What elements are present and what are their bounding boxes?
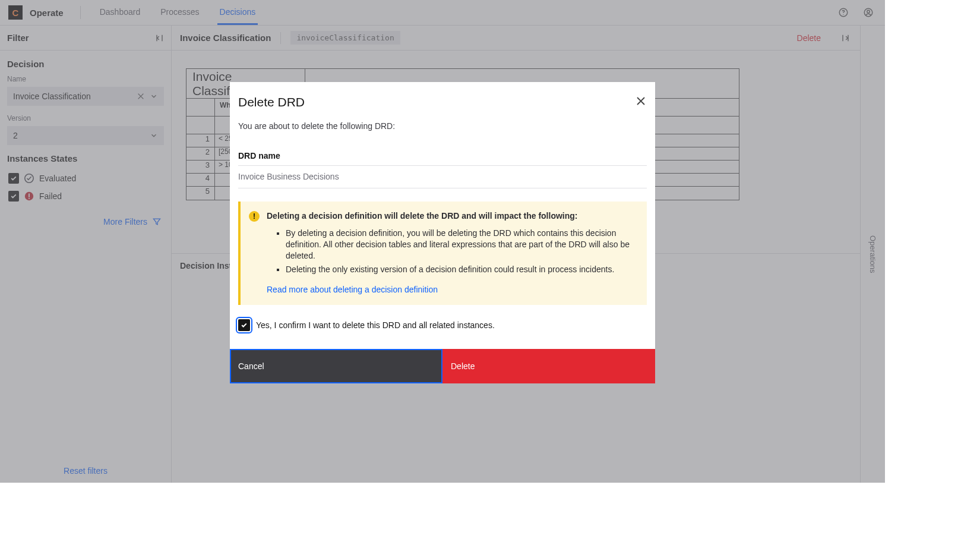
- cancel-button[interactable]: Cancel: [230, 349, 442, 383]
- confirm-row[interactable]: Yes, I confirm I want to delete this DRD…: [238, 305, 647, 335]
- warning-item: Deleting the only existing version of a …: [286, 263, 637, 276]
- warning-box: ! Deleting a decision definition will de…: [238, 202, 647, 305]
- confirm-label: Yes, I confirm I want to delete this DRD…: [256, 320, 495, 330]
- warning-item: By deleting a decision definition, you w…: [286, 226, 637, 263]
- modal-footer: Cancel Delete: [230, 349, 655, 383]
- warning-docs-link[interactable]: Read more about deleting a decision defi…: [267, 285, 637, 294]
- modal-intro-text: You are about to delete the following DR…: [238, 109, 647, 151]
- delete-drd-modal: Delete DRD You are about to delete the f…: [230, 82, 655, 383]
- drd-name-value: Invoice Business Decisions: [238, 166, 647, 188]
- warning-icon: !: [249, 211, 260, 222]
- close-icon[interactable]: [635, 95, 647, 107]
- modal-title: Delete DRD: [238, 95, 305, 109]
- drd-name-label: DRD name: [238, 151, 647, 166]
- warning-title: Deleting a decision definition will dele…: [267, 211, 637, 221]
- confirm-delete-button[interactable]: Delete: [442, 349, 655, 383]
- confirm-checkbox[interactable]: [238, 319, 250, 331]
- modal-overlay: Delete DRD You are about to delete the f…: [0, 0, 885, 483]
